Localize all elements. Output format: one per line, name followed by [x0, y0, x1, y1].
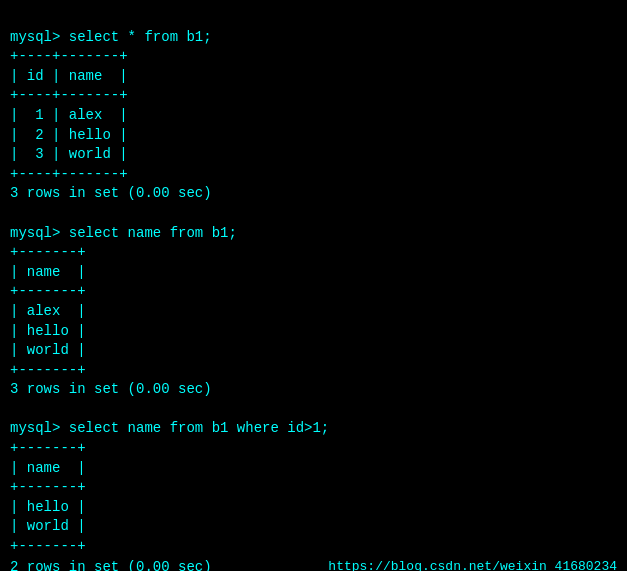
- query1-row-2: | 2 | hello |: [10, 127, 128, 143]
- query2-row-3: | world |: [10, 342, 86, 358]
- query1-row-1: | 1 | alex |: [10, 107, 128, 123]
- query2-result: 3 rows in set (0.00 sec): [10, 381, 212, 397]
- query1-table-header: | id | name |: [10, 68, 128, 84]
- query1-table-top: +----+-------+: [10, 48, 128, 64]
- query2-table-top: +-------+: [10, 244, 86, 260]
- query3-prompt: mysql> select name from b1 where id>1;: [10, 420, 329, 436]
- query3-row-2: | world |: [10, 518, 86, 534]
- query3-table-top: +-------+: [10, 440, 86, 456]
- query1-result: 3 rows in set (0.00 sec): [10, 185, 212, 201]
- query2-table-header: | name |: [10, 264, 86, 280]
- footer-row: 2 rows in set (0.00 sec) https://blog.cs…: [10, 559, 617, 571]
- query1-table-bottom: +----+-------+: [10, 166, 128, 182]
- query3-table-bottom: +-------+: [10, 538, 86, 554]
- query3-table-sep: +-------+: [10, 479, 86, 495]
- watermark: https://blog.csdn.net/weixin_41680234: [328, 559, 617, 571]
- query2-row-2: | hello |: [10, 323, 86, 339]
- terminal: mysql> select * from b1; +----+-------+ …: [10, 8, 617, 557]
- query1-prompt: mysql> select * from b1;: [10, 29, 212, 45]
- query3-result: 2 rows in set (0.00 sec): [10, 559, 212, 571]
- query2-table-sep: +-------+: [10, 283, 86, 299]
- query3-row-1: | hello |: [10, 499, 86, 515]
- query3-table-header: | name |: [10, 460, 86, 476]
- query2-prompt: mysql> select name from b1;: [10, 225, 237, 241]
- query1-table-sep: +----+-------+: [10, 87, 128, 103]
- query2-table-bottom: +-------+: [10, 362, 86, 378]
- query1-row-3: | 3 | world |: [10, 146, 128, 162]
- query2-row-1: | alex |: [10, 303, 86, 319]
